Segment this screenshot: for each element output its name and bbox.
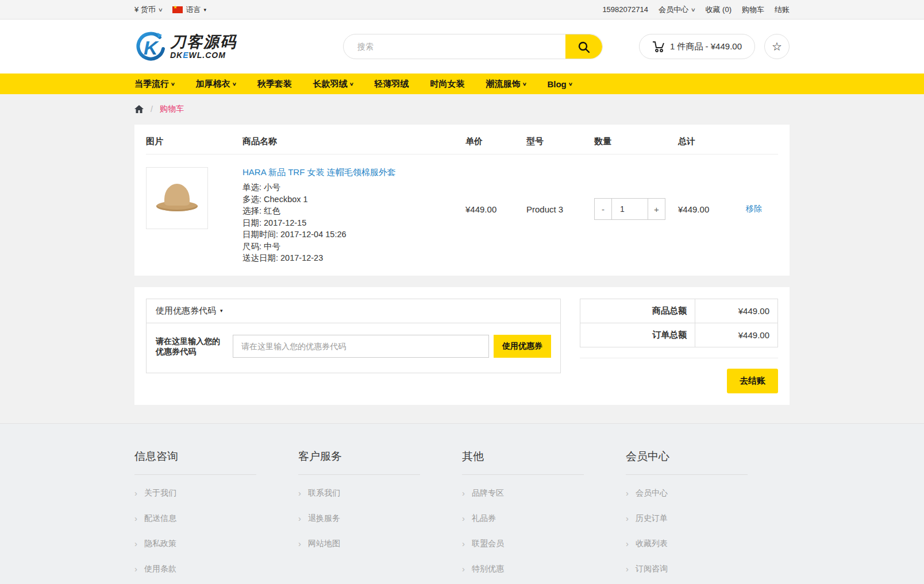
logo-sub-part1: DK (170, 51, 183, 60)
chevron-right-icon: › (462, 539, 465, 548)
cart-icon (652, 41, 665, 52)
footer-link-item: ›隐私政策 (134, 531, 298, 556)
footer-link-account[interactable]: 会员中心 (636, 488, 668, 498)
footer-link-item: ›联系我们 (298, 481, 462, 506)
product-thumbnail[interactable] (146, 167, 208, 229)
footer-link-item: ›网站地图 (298, 531, 462, 556)
quantity-input[interactable] (612, 198, 648, 220)
straw-hat-image (156, 184, 198, 212)
wishlist-link[interactable]: 收藏 (0) (706, 5, 732, 15)
chevron-down-icon: ∨ (232, 82, 237, 87)
nav-item-light-down[interactable]: 轻薄羽绒 (375, 79, 409, 90)
chevron-right-icon: › (462, 564, 465, 574)
coupon-code-input[interactable] (233, 335, 489, 358)
cart-link[interactable]: 购物车 (742, 5, 764, 15)
cart-table-row: HARA 新品 TRF 女装 连帽毛领棉服外套 单选: 小号 多选: Check… (146, 154, 778, 264)
chevron-right-icon: › (298, 513, 301, 523)
footer-link-specials[interactable]: 特别优惠 (472, 564, 504, 574)
member-center-menu[interactable]: 会员中心 ∨ (659, 5, 695, 15)
footer-link-delivery[interactable]: 配送信息 (144, 513, 176, 524)
footer-col-information: 信息咨询 ›关于我们 ›配送信息 ›隐私政策 ›使用条款 (134, 449, 298, 582)
footer-link-contact[interactable]: 联系我们 (308, 488, 340, 498)
nav-label: 当季流行 (134, 79, 169, 90)
order-totals: 商品总额 ¥449.00 订单总额 ¥449.00 去结账 (580, 299, 778, 393)
search-icon (577, 40, 591, 54)
nav-item-seasonal[interactable]: 当季流行 ∨ (134, 79, 175, 90)
col-header-unit-price: 单价 (465, 136, 526, 154)
chevron-down-icon: ∨ (522, 82, 526, 87)
order-total-label: 订单总额 (580, 323, 695, 347)
footer-link-giftcards[interactable]: 礼品券 (472, 513, 496, 524)
footer-link-item: ›收藏列表 (626, 531, 790, 556)
search-input[interactable] (344, 34, 565, 59)
caret-down-icon: ▾ (220, 308, 223, 314)
breadcrumb-current[interactable]: 购物车 (160, 104, 184, 114)
coupon-header-label: 使用优惠券代码 (156, 305, 216, 316)
model-value: Product 3 (526, 204, 594, 214)
footer-link-item: ›特别优惠 (462, 556, 626, 582)
chevron-right-icon: › (298, 539, 301, 548)
footer-link-brands[interactable]: 品牌专区 (472, 488, 504, 498)
nav-item-long-down[interactable]: 长款羽绒 ∨ (313, 79, 353, 90)
nav-item-blog[interactable]: Blog ∨ (547, 79, 572, 89)
footer-link-item: ›会员中心 (626, 481, 790, 506)
nav-item-trendy-apparel[interactable]: 潮流服饰 ∨ (486, 79, 526, 90)
footer-title: 信息咨询 (134, 449, 256, 475)
wishlist-star-button[interactable]: ☆ (764, 34, 790, 59)
nav-item-autumn-sets[interactable]: 秋季套装 (257, 79, 292, 90)
col-header-total: 总计 (678, 136, 746, 154)
option-delivery-date: 送达日期: 2017-12-23 (242, 252, 465, 264)
footer-link-terms[interactable]: 使用条款 (144, 564, 176, 574)
footer-link-privacy[interactable]: 隐私政策 (144, 539, 176, 549)
china-flag-icon (172, 6, 183, 13)
home-icon[interactable] (134, 105, 144, 114)
chevron-right-icon: › (298, 488, 301, 498)
chevron-down-icon: ∨ (158, 7, 163, 13)
option-checkbox: 多选: Checkbox 1 (242, 194, 465, 206)
footer-link-newsletter[interactable]: 订阅咨询 (636, 564, 668, 574)
language-selector[interactable]: 语言 ▾ (172, 5, 206, 15)
quantity-increase-button[interactable]: + (648, 198, 665, 220)
svg-text:K: K (144, 37, 159, 59)
col-header-model: 型号 (526, 136, 594, 154)
currency-selector[interactable]: ¥ 货币 ∨ (134, 5, 162, 15)
footer-link-affiliates[interactable]: 联盟会员 (472, 539, 504, 549)
apply-coupon-button[interactable]: 使用优惠券 (494, 335, 551, 358)
coupon-accordion-toggle[interactable]: 使用优惠券代码 ▾ (147, 299, 560, 323)
nav-label: 轻薄羽绒 (375, 79, 409, 90)
logo-sub-part-e: E (183, 51, 188, 60)
nav-item-padded-coats[interactable]: 加厚棉衣 ∨ (196, 79, 236, 90)
logo-swoosh-icon: K (134, 32, 167, 61)
order-total-value: ¥449.00 (695, 323, 778, 347)
footer-title: 会员中心 (626, 449, 748, 475)
chevron-right-icon: › (462, 488, 465, 498)
product-name-link[interactable]: HARA 新品 TRF 女装 连帽毛领棉服外套 (242, 167, 396, 178)
footer-link-sitemap[interactable]: 网站地图 (308, 539, 340, 549)
chevron-right-icon: › (626, 488, 629, 498)
chevron-down-icon: ∨ (349, 82, 354, 87)
col-header-image: 图片 (146, 136, 242, 154)
subtotal-label: 商品总额 (580, 299, 695, 323)
checkout-link[interactable]: 结账 (775, 5, 790, 15)
currency-label: ¥ 货币 (134, 5, 156, 15)
chevron-right-icon: › (134, 539, 137, 548)
quantity-decrease-button[interactable]: - (594, 198, 612, 220)
caret-down-icon: ▾ (203, 7, 206, 13)
footer-link-order-history[interactable]: 历史订单 (636, 513, 668, 524)
nav-item-fashion-women[interactable]: 时尚女装 (430, 79, 465, 90)
cart-summary-button[interactable]: 1 件商品 - ¥449.00 (639, 34, 755, 59)
footer-link-item: ›关于我们 (134, 481, 298, 506)
cart-table-header: 图片 商品名称 单价 型号 数量 总计 (146, 136, 778, 154)
nav-label: 长款羽绒 (313, 79, 348, 90)
top-utility-bar: ¥ 货币 ∨ 语言 ▾ 15982072714 会员中心 ∨ 收藏 (0) 购物… (0, 0, 924, 20)
footer-link-wishlist[interactable]: 收藏列表 (636, 539, 668, 549)
remove-item-link[interactable]: 移除 (746, 204, 762, 213)
checkout-button[interactable]: 去结账 (727, 369, 778, 393)
coupon-input-label: 请在这里输入您的优惠券代码 (156, 335, 220, 357)
search-box (343, 34, 603, 59)
footer-link-returns[interactable]: 退换服务 (308, 513, 340, 524)
site-logo[interactable]: K 刀客源码 DKEWL.COM (134, 32, 307, 61)
col-header-actions (746, 136, 778, 154)
footer-link-about[interactable]: 关于我们 (144, 488, 176, 498)
search-button[interactable] (565, 34, 602, 59)
